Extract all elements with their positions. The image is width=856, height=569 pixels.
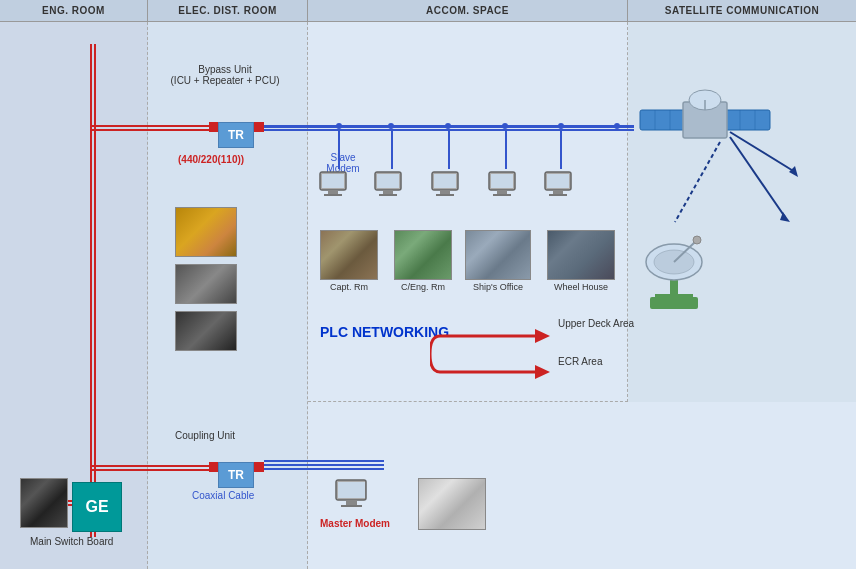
vline-blue-mon3 <box>448 129 450 169</box>
svg-rect-26 <box>341 505 362 507</box>
svg-rect-10 <box>436 194 454 196</box>
photo-ceng-rm <box>394 230 452 280</box>
svg-rect-7 <box>377 174 399 188</box>
svg-marker-21 <box>535 329 550 343</box>
coaxial-lines <box>264 460 384 470</box>
voltage-label: (440/220(110)) <box>178 154 244 165</box>
svg-rect-15 <box>491 174 513 188</box>
caption-capt-rm: Capt. Rm <box>320 282 378 292</box>
photo-capt-rm <box>320 230 378 280</box>
header-elec-dist: ELEC. DIST. ROOM <box>148 0 308 21</box>
svg-rect-9 <box>440 190 450 194</box>
svg-marker-39 <box>789 166 798 177</box>
master-modem-monitor <box>334 478 369 512</box>
photo-panel <box>418 478 486 530</box>
svg-rect-2 <box>324 194 342 196</box>
main-switch-board-label: Main Switch Board <box>30 536 113 547</box>
vline-blue-mon4 <box>505 129 507 169</box>
svg-rect-29 <box>725 110 770 130</box>
tr-box-bottom: TR <box>218 462 254 488</box>
header-accom-space: ACCOM. SPACE <box>308 0 628 21</box>
vline-red-left1 <box>90 44 92 534</box>
svg-rect-25 <box>346 500 357 505</box>
caption-ceng-rm: C/Eng. Rm <box>390 282 456 292</box>
red-sq-bottom-right <box>254 462 264 472</box>
svg-rect-14 <box>493 194 511 196</box>
tr-box-top: TR <box>218 122 254 148</box>
svg-rect-45 <box>650 297 698 309</box>
svg-rect-19 <box>547 174 569 188</box>
svg-rect-18 <box>549 194 567 196</box>
coaxial-cable-label: Coaxial Cable <box>192 490 254 501</box>
svg-marker-23 <box>535 365 550 379</box>
monitor-1 <box>318 170 348 200</box>
monitor-4 <box>487 170 517 200</box>
ecr-area-label: ECR Area <box>558 356 602 367</box>
photo-main-switch <box>20 478 68 528</box>
photo-machinery <box>175 207 237 257</box>
svg-rect-6 <box>379 194 397 196</box>
header-eng-room: ENG. ROOM <box>0 0 148 21</box>
upper-deck-label: Upper Deck Area <box>558 318 634 329</box>
hline-red-bottom1 <box>90 465 220 467</box>
master-modem-label: Master Modem <box>320 518 390 529</box>
svg-rect-5 <box>383 190 393 194</box>
ge-box: GE <box>72 482 122 532</box>
hline-red-bottom2 <box>90 469 220 471</box>
coupling-unit-label: Coupling Unit <box>175 430 235 441</box>
photo-equipment <box>175 264 237 304</box>
photo-dark-equipment <box>175 311 237 351</box>
vline-red-left2 <box>94 44 96 534</box>
diagram-area: Bypass Unit (ICU + Repeater + PCU) TR TR… <box>0 22 856 569</box>
monitor-3 <box>430 170 460 200</box>
caption-wheel-house: Wheel House <box>545 282 617 292</box>
svg-rect-17 <box>553 190 563 194</box>
header-bar: ENG. ROOM ELEC. DIST. ROOM ACCOM. SPACE … <box>0 0 856 22</box>
monitor-2 <box>373 170 403 200</box>
svg-rect-27 <box>338 482 365 498</box>
svg-rect-28 <box>640 110 685 130</box>
svg-rect-11 <box>434 174 456 188</box>
vline-blue-mon2 <box>391 129 393 169</box>
bypass-unit-label: Bypass Unit (ICU + Repeater + PCU) <box>160 64 290 86</box>
svg-line-42 <box>675 142 720 222</box>
svg-point-49 <box>693 236 701 244</box>
svg-rect-13 <box>497 190 507 194</box>
header-satellite: SATELLITE COMMUNICATION <box>628 0 856 21</box>
monitor-5 <box>543 170 573 200</box>
dot-blue-6 <box>614 123 620 129</box>
svg-rect-3 <box>322 174 344 188</box>
caption-ships-office: Ship's Office <box>460 282 536 292</box>
hline-red-top2 <box>90 129 220 131</box>
svg-rect-1 <box>328 190 338 194</box>
photo-wheel-house <box>547 230 615 280</box>
photo-ships-office <box>465 230 531 280</box>
hline-red-top <box>90 125 220 127</box>
vline-blue-mon5 <box>560 129 562 169</box>
satellite-illustration <box>635 62 845 312</box>
red-sq-right <box>254 122 264 132</box>
